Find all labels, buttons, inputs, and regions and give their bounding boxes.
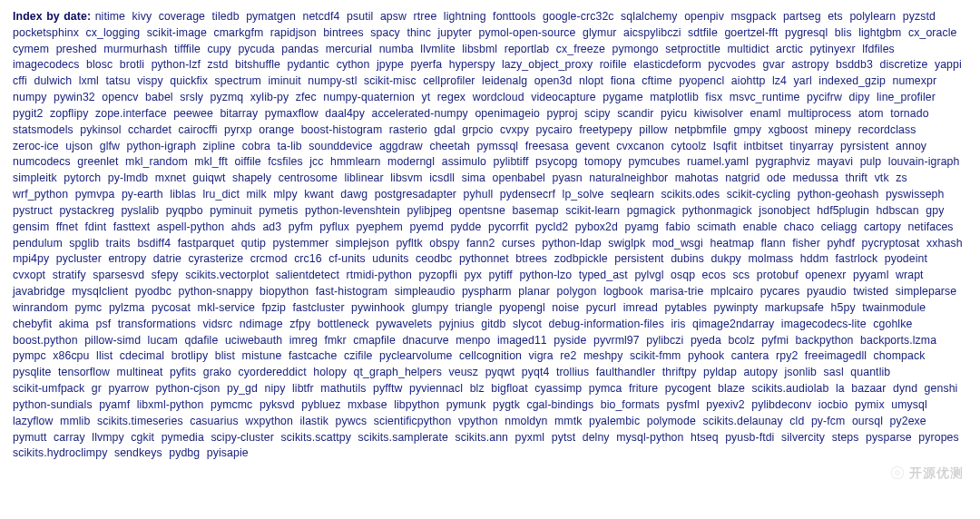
package-link[interactable]: imread — [623, 301, 661, 314]
package-link[interactable]: gensim — [13, 220, 52, 233]
package-link[interactable]: pyopencl — [679, 74, 727, 87]
package-link[interactable]: marisa-trie — [650, 285, 706, 298]
package-link[interactable]: pyasn — [552, 171, 584, 184]
package-link[interactable]: cmapfile — [353, 334, 398, 347]
package-link[interactable]: goertzel-fft — [724, 26, 780, 39]
package-link[interactable]: libpython — [394, 398, 442, 411]
package-link[interactable]: greenlet — [77, 155, 121, 168]
package-link[interactable]: roifile — [600, 58, 630, 71]
package-link[interactable]: pyodeint — [885, 252, 930, 265]
package-link[interactable]: libsbml — [462, 43, 500, 55]
package-link[interactable]: discretize — [879, 58, 930, 71]
package-link[interactable]: numexpr — [893, 74, 940, 87]
package-link[interactable]: pymedia — [162, 431, 207, 444]
package-link[interactable]: multidict — [727, 43, 771, 55]
package-link[interactable]: cdecimal — [120, 349, 167, 362]
package-link[interactable]: dipy — [849, 91, 873, 103]
package-link[interactable]: cantera — [731, 349, 772, 362]
package-link[interactable]: polylearn — [849, 10, 898, 23]
package-link[interactable]: centrosome — [279, 171, 340, 184]
package-link[interactable]: scikits.samplerate — [358, 431, 451, 444]
package-link[interactable]: bsdiff4 — [137, 237, 173, 250]
package-link[interactable]: tomopy — [584, 155, 624, 168]
package-link[interactable]: vispy — [137, 74, 166, 87]
package-link[interactable]: py-lmdb — [108, 171, 151, 184]
package-link[interactable]: pyfftw — [373, 382, 406, 395]
package-link[interactable]: scikits.odes — [662, 188, 723, 201]
package-link[interactable]: lucam — [148, 334, 181, 347]
package-link[interactable]: imagecodecs — [13, 58, 83, 71]
package-link[interactable]: fcsfiles — [268, 155, 305, 168]
package-link[interactable]: pyslalib — [121, 204, 162, 217]
package-link[interactable]: udunits — [372, 252, 411, 265]
package-link[interactable]: fastcache — [289, 349, 340, 362]
package-link[interactable]: pyicu — [661, 107, 690, 120]
package-link[interactable]: intbitset — [744, 140, 786, 152]
package-link[interactable]: pystruct — [13, 204, 55, 217]
package-link[interactable]: silvercity — [781, 431, 828, 444]
package-link[interactable]: pycurl — [586, 301, 619, 314]
package-link[interactable]: leidenalg — [482, 74, 530, 87]
package-link[interactable]: pyerfa — [410, 58, 445, 71]
package-link[interactable]: pyqpbo — [166, 204, 206, 217]
package-link[interactable]: seqlearn — [611, 188, 657, 201]
package-link[interactable]: gdal — [434, 123, 458, 136]
package-link[interactable]: yarl — [794, 74, 815, 87]
package-link[interactable]: pywinhook — [351, 301, 407, 314]
package-link[interactable]: pyspharm — [462, 285, 514, 298]
package-link[interactable]: cvxopt — [13, 269, 48, 281]
package-link[interactable]: netcdf4 — [302, 10, 342, 23]
package-link[interactable]: pyfmi — [761, 334, 791, 347]
package-link[interactable]: sendkeys — [114, 446, 165, 459]
package-link[interactable]: louvain-igraph — [888, 155, 963, 168]
package-link[interactable]: coverage — [159, 10, 208, 23]
package-link[interactable]: pybox2d — [575, 220, 621, 233]
package-link[interactable]: cftime — [642, 74, 674, 87]
package-link[interactable]: pythonmagick — [682, 204, 755, 217]
package-link[interactable]: psf — [96, 318, 114, 330]
package-link[interactable]: pydde — [450, 220, 484, 233]
package-link[interactable]: scikit-umfpack — [13, 382, 87, 395]
package-link[interactable]: py-fcm — [811, 415, 848, 427]
package-link[interactable]: pyswisseph — [886, 188, 947, 201]
package-link[interactable]: pocketsphinx — [13, 26, 82, 39]
package-link[interactable]: numcodecs — [13, 155, 74, 168]
package-link[interactable]: pymunk — [446, 398, 489, 411]
package-link[interactable]: pyrxp — [224, 123, 255, 136]
package-link[interactable]: python-lzf — [152, 58, 203, 71]
package-link[interactable]: nmoldyn — [505, 415, 550, 427]
package-link[interactable]: arctic — [776, 43, 806, 55]
package-link[interactable]: enaml — [750, 107, 784, 120]
package-link[interactable]: mkl-service — [198, 301, 258, 314]
package-link[interactable]: msgpack — [730, 10, 779, 23]
package-link[interactable]: minepy — [815, 123, 854, 136]
package-link[interactable]: hdbscan — [877, 204, 922, 217]
package-link[interactable]: pyrsistent — [840, 140, 892, 152]
package-link[interactable]: cvxpy — [500, 123, 532, 136]
package-link[interactable]: veusz — [448, 366, 481, 378]
package-link[interactable]: cvxcanon — [616, 140, 667, 152]
package-link[interactable]: backports.lzma — [860, 334, 939, 347]
package-link[interactable]: pylibjpeg — [407, 204, 455, 217]
package-link[interactable]: meshpy — [583, 349, 626, 362]
package-link[interactable]: cmarkgfm — [214, 26, 267, 39]
package-link[interactable]: statsmodels — [13, 123, 76, 136]
package-link[interactable]: htseq — [691, 431, 721, 444]
package-link[interactable]: pyxml — [515, 431, 548, 444]
package-link[interactable]: lp_solve — [563, 188, 607, 201]
package-link[interactable]: ode — [767, 171, 789, 184]
package-link[interactable]: mysql-python — [616, 431, 686, 444]
package-link[interactable]: lxml — [79, 74, 102, 87]
package-link[interactable]: cffi — [13, 74, 30, 87]
package-link[interactable]: sasl — [824, 366, 847, 378]
package-link[interactable]: pyksvd — [260, 398, 298, 411]
package-link[interactable]: partseg — [783, 10, 824, 23]
package-link[interactable]: glymur — [583, 26, 620, 39]
package-link[interactable]: pycifrw — [807, 91, 845, 103]
package-link[interactable]: spectrum — [215, 74, 264, 87]
package-link[interactable]: pyzmq — [211, 91, 247, 103]
package-link[interactable]: freesasa — [525, 140, 572, 152]
package-link[interactable]: jupyter — [437, 26, 475, 39]
package-link[interactable]: pycld2 — [535, 220, 571, 233]
package-link[interactable]: bigfloat — [491, 382, 530, 395]
